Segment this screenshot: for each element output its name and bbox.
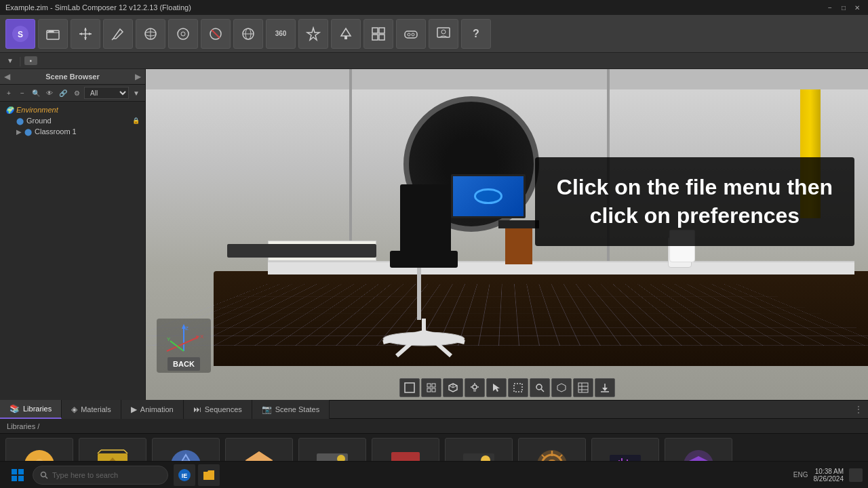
taskbar-date: 8/26/2024 — [814, 475, 844, 483]
sidebar-gear-btn[interactable]: ⚙ — [71, 87, 83, 99]
svg-marker-65 — [557, 384, 566, 392]
toolbar-vr[interactable] — [396, 19, 426, 49]
svg-point-124 — [41, 472, 46, 476]
toolbar-help[interactable]: ? — [461, 19, 491, 49]
sidebar-link-btn[interactable]: 🔗 — [57, 87, 69, 99]
vp-cursor-btn[interactable] — [486, 378, 507, 397]
svg-marker-20 — [307, 28, 319, 40]
svg-text:X: X — [200, 333, 204, 340]
tree-environment[interactable]: 🌍 Environment — [3, 104, 142, 115]
windows-taskbar: Type here to search IE ENG 10:38 AM 8/26… — [0, 461, 868, 488]
tree-classroom[interactable]: ▶ ⬤ Classroom 1 — [14, 126, 142, 137]
sub-option1[interactable]: ▪ — [24, 56, 38, 65]
vp-cube-btn[interactable] — [443, 378, 463, 397]
toolbar-open[interactable] — [38, 19, 68, 49]
sidebar-collapse-btn[interactable]: ◀ — [4, 72, 10, 81]
toolbar-globe[interactable] — [233, 19, 263, 49]
chair-base — [376, 319, 471, 359]
animation-tab-label: Animation — [140, 405, 174, 413]
maximize-button[interactable]: □ — [838, 2, 849, 13]
environment-icon: 🌍 — [5, 106, 14, 114]
svg-marker-8 — [89, 33, 92, 35]
vp-crop-btn[interactable] — [508, 378, 528, 397]
notification-area[interactable] — [849, 468, 863, 482]
chair-back — [400, 184, 451, 252]
svg-text:Z: Z — [185, 325, 189, 331]
box-item — [505, 227, 532, 264]
start-button[interactable] — [5, 464, 30, 486]
svg-line-125 — [45, 476, 47, 479]
sidebar-expand-btn[interactable]: ▶ — [135, 72, 141, 81]
toolbar-360[interactable]: 360 — [266, 19, 296, 49]
ceiling-bar — [146, 69, 868, 89]
toolbar-mesh[interactable] — [136, 19, 165, 49]
tab-materials[interactable]: ◈ Materials — [62, 400, 121, 419]
tab-libraries[interactable]: 📚 Libraries — [0, 400, 62, 419]
vp-search-btn[interactable] — [530, 378, 550, 397]
vp-download-btn[interactable] — [595, 378, 615, 397]
svg-point-63 — [536, 384, 542, 390]
toolbar-magic[interactable] — [298, 19, 328, 49]
toolbar-simlab-logo[interactable]: S — [5, 19, 35, 49]
sidebar-eye-btn[interactable]: 👁 — [43, 87, 56, 99]
chair-pole — [417, 266, 421, 320]
svg-rect-48 — [432, 384, 435, 387]
toolbar-filter[interactable] — [201, 19, 231, 49]
scene-browser-panel: ◀ Scene Browser ▶ + − 🔍 👁 🔗 ⚙ All ▼ 🌍 En… — [0, 69, 146, 400]
toolbar-sphere[interactable] — [168, 19, 198, 49]
svg-line-9 — [112, 39, 113, 40]
svg-line-79 — [98, 450, 101, 453]
svg-text:Y: Y — [167, 336, 171, 342]
close-button[interactable]: ✕ — [852, 2, 863, 13]
main-toolbar: S 360 ? — [0, 15, 868, 53]
vp-frame-btn[interactable] — [421, 378, 441, 397]
toolbar-transform[interactable] — [71, 19, 100, 49]
minimize-button[interactable]: − — [825, 2, 835, 13]
sequences-tab-icon: ⏭ — [193, 405, 201, 414]
svg-rect-122 — [12, 476, 17, 481]
toolbar-draw[interactable] — [103, 19, 133, 49]
svg-point-14 — [181, 32, 185, 36]
sidebar-filter-btn[interactable]: ▼ — [130, 87, 142, 99]
sidebar-search-btn[interactable]: 🔍 — [30, 87, 42, 99]
svg-rect-46 — [405, 383, 414, 392]
classroom-label: Classroom 1 — [35, 127, 77, 136]
svg-rect-123 — [18, 476, 24, 481]
taskbar-search[interactable]: Type here to search — [33, 466, 168, 485]
vp-grid-btn[interactable] — [551, 378, 572, 397]
materials-tab-icon: ◈ — [71, 405, 77, 414]
svg-rect-24 — [379, 28, 384, 33]
svg-rect-22 — [344, 36, 347, 39]
toolbar-user[interactable] — [429, 19, 458, 49]
vp-table-btn[interactable] — [573, 378, 593, 397]
instruction-text: Click on the file menu then click on pre… — [557, 174, 833, 230]
taskbar-folder-icon[interactable] — [198, 464, 220, 486]
scene-tree: 🌍 Environment ⬤ Ground 🔒 ▶ ⬤ Classroom 1 — [0, 102, 145, 140]
sub-dropdown[interactable]: ▼ — [4, 56, 16, 65]
svg-line-54 — [449, 386, 453, 388]
vp-light-btn[interactable] — [465, 378, 485, 397]
libraries-path-text: Libraries / — [7, 422, 39, 430]
sidebar-tools: + − 🔍 👁 🔗 ⚙ All ▼ — [0, 85, 145, 102]
vp-select-btn[interactable] — [399, 378, 420, 397]
ground-label: Ground — [26, 117, 52, 125]
tab-sequences[interactable]: ⏭ Sequences — [184, 400, 252, 419]
sidebar-add-btn[interactable]: + — [3, 87, 15, 99]
sidebar-filter-select[interactable]: All — [84, 87, 129, 99]
tabs-bar: 📚 Libraries ◈ Materials ▶ Animation ⏭ Se… — [0, 400, 868, 419]
viewport-bottom-toolbar — [399, 378, 615, 397]
panel-options-btn[interactable]: ⋮ — [854, 405, 863, 414]
svg-rect-121 — [18, 469, 24, 474]
svg-point-55 — [473, 385, 477, 389]
tab-animation[interactable]: ▶ Animation — [121, 400, 184, 419]
tree-ground[interactable]: ⬤ Ground 🔒 — [14, 115, 142, 126]
svg-marker-21 — [341, 28, 351, 36]
taskbar-app-icon[interactable]: IE — [174, 464, 195, 486]
animation-tab-icon: ▶ — [131, 405, 137, 414]
svg-marker-41 — [196, 336, 199, 340]
tab-scene-states[interactable]: 📷 Scene States — [252, 400, 330, 419]
toolbar-tree[interactable] — [331, 19, 361, 49]
toolbar-layout[interactable] — [363, 19, 393, 49]
3d-viewport[interactable]: Click on the file menu then click on pre… — [146, 69, 868, 400]
sidebar-remove-btn[interactable]: − — [16, 87, 28, 99]
